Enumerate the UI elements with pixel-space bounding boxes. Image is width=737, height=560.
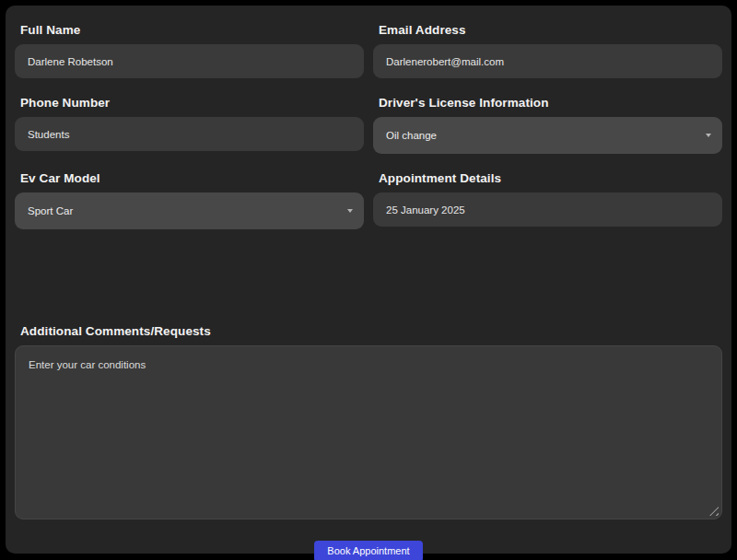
appointment-details-field-group: Appointment Details	[373, 167, 722, 229]
email-input[interactable]	[373, 44, 722, 78]
email-field-group: Email Address	[373, 18, 722, 78]
submit-button-row: Book Appointment	[15, 541, 722, 560]
form-grid: Full Name Email Address Phone Number Dri…	[15, 18, 722, 229]
phone-input[interactable]	[15, 117, 364, 151]
full-name-label: Full Name	[20, 24, 358, 37]
booking-form-panel: Full Name Email Address Phone Number Dri…	[6, 6, 731, 554]
chevron-down-icon	[706, 134, 711, 137]
appointment-details-label: Appointment Details	[379, 172, 717, 185]
appointment-date-input[interactable]	[373, 192, 722, 227]
ev-car-model-selected-value: Sport Car	[28, 205, 73, 216]
drivers-license-label: Driver's License Information	[379, 97, 717, 110]
comments-section: Additional Comments/Requests	[15, 325, 722, 519]
chevron-down-icon	[347, 209, 353, 213]
comments-label: Additional Comments/Requests	[20, 325, 717, 338]
ev-car-model-field-group: Ev Car Model Sport Car	[15, 167, 364, 229]
phone-field-group: Phone Number	[15, 91, 364, 154]
full-name-input[interactable]	[15, 44, 364, 78]
drivers-license-field-group: Driver's License Information Oil change	[373, 91, 722, 154]
email-address-label: Email Address	[379, 24, 717, 37]
phone-number-label: Phone Number	[20, 97, 358, 110]
book-appointment-button[interactable]: Book Appointment	[314, 541, 422, 560]
drivers-license-select[interactable]: Oil change	[373, 117, 722, 154]
comments-textarea[interactable]	[15, 345, 722, 519]
ev-car-model-select[interactable]: Sport Car	[15, 192, 364, 229]
full-name-field-group: Full Name	[15, 18, 364, 78]
ev-car-model-label: Ev Car Model	[20, 172, 358, 185]
drivers-license-selected-value: Oil change	[386, 130, 437, 141]
comments-textarea-wrap	[15, 345, 722, 519]
